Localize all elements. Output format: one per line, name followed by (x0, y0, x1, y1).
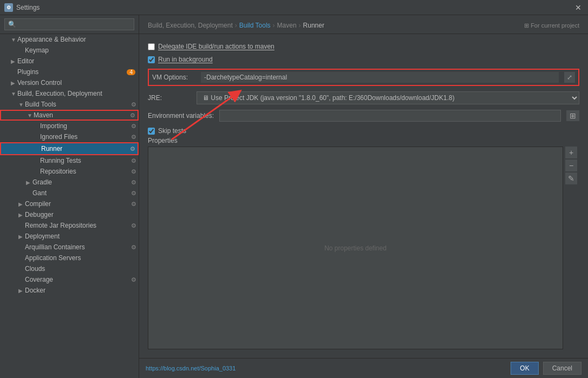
sidebar-item-debugger[interactable]: ▶ Debugger (0, 209, 139, 220)
arrow-icon: ▶ (18, 234, 25, 240)
sidebar-item-label: Clouds (25, 265, 139, 273)
sidebar-item-gant[interactable]: Gant ⚙ (0, 188, 139, 198)
close-button[interactable]: ✕ (573, 3, 584, 12)
breadcrumb-sep-2: › (273, 22, 275, 29)
sidebar-item-maven[interactable]: ▼ Maven ⚙ (0, 110, 139, 121)
skip-tests-label[interactable]: Skip tests (158, 127, 186, 135)
sidebar-item-label: Coverage (25, 276, 131, 283)
gear-icon: ⚙ (131, 276, 136, 283)
vm-options-input[interactable] (201, 72, 559, 83)
gear-icon: ⚙ (131, 222, 136, 229)
project-note: ⊞ For current project (524, 22, 579, 29)
gear-icon: ⚙ (131, 179, 136, 186)
search-input[interactable] (4, 18, 134, 30)
jre-row: JRE: 🖥 Use Project JDK (java version "1.… (148, 91, 579, 104)
jre-select[interactable]: 🖥 Use Project JDK (java version "1.8.0_6… (197, 91, 579, 104)
sidebar-tree: ▼ Appearance & Behavior Keymap ▶ Editor … (0, 34, 139, 378)
ok-button[interactable]: OK (511, 362, 538, 375)
env-variables-row: Environment variables: ⊞ (148, 110, 579, 122)
vm-options-row: VM Options: ⤢ (148, 69, 579, 86)
sidebar-item-label: Arquillian Containers (25, 243, 131, 251)
sidebar-item-keymap[interactable]: Keymap (0, 45, 139, 56)
app-icon: ⚙ (4, 3, 13, 12)
run-background-label[interactable]: Run in background (158, 56, 213, 63)
delegate-checkbox[interactable] (148, 43, 155, 50)
env-variables-label: Environment variables: (148, 112, 214, 120)
arrow-icon: ▶ (11, 58, 17, 64)
arrow-icon: ▼ (18, 102, 25, 108)
sidebar-item-label: Gradle (32, 178, 131, 186)
sidebar-item-gradle[interactable]: ▶ Gradle ⚙ (0, 177, 139, 188)
sidebar-item-remote-jar-repositories[interactable]: Remote Jar Repositories ⚙ (0, 220, 139, 231)
sidebar-item-version-control[interactable]: ▶ Version Control (0, 77, 139, 88)
delegate-label[interactable]: Delegate IDE build/run actions to maven (158, 43, 275, 50)
sidebar-item-docker[interactable]: ▶ Docker (0, 285, 139, 296)
sidebar-item-label: Gant (32, 189, 131, 197)
sidebar-item-clouds[interactable]: Clouds (0, 263, 139, 274)
sidebar-item-label: Appearance & Behavior (17, 36, 139, 43)
arrow-icon: ▶ (26, 180, 32, 185)
sidebar-item-build-tools[interactable]: ▼ Build Tools ⚙ (0, 99, 139, 110)
jre-label: JRE: (148, 94, 191, 102)
sidebar-item-plugins[interactable]: Plugins 4 (0, 67, 139, 77)
skip-tests-checkbox[interactable] (148, 128, 155, 135)
sidebar-item-coverage[interactable]: Coverage ⚙ (0, 274, 139, 285)
sidebar-item-editor[interactable]: ▶ Editor (0, 56, 139, 67)
gear-icon: ⚙ (131, 123, 136, 130)
sidebar-item-importing[interactable]: Importing ⚙ (0, 121, 139, 131)
add-property-button[interactable]: + (565, 147, 577, 158)
vm-options-label: VM Options: (152, 74, 195, 81)
breadcrumb-sep-3: › (299, 22, 301, 29)
watermark-link: https://blog.csdn.net/Sophia_0331 (146, 365, 236, 372)
gear-icon: ⚙ (130, 145, 135, 152)
sidebar-item-ignored-files[interactable]: Ignored Files ⚙ (0, 131, 139, 142)
sidebar-item-label: Version Control (17, 79, 139, 87)
sidebar-item-application-servers[interactable]: Application Servers (0, 253, 139, 263)
breadcrumb-sep-1: › (235, 22, 237, 29)
sidebar-item-label: Docker (25, 287, 139, 294)
remove-property-button[interactable]: − (565, 160, 577, 171)
gear-icon: ⚙ (131, 157, 136, 164)
sidebar-item-compiler[interactable]: ▶ Compiler ⚙ (0, 198, 139, 209)
content-area: Build, Execution, Deployment › Build Too… (139, 15, 588, 378)
edit-property-button[interactable]: ✎ (565, 173, 577, 184)
sidebar: ▼ Appearance & Behavior Keymap ▶ Editor … (0, 15, 139, 378)
gear-icon: ⚙ (131, 244, 136, 251)
sidebar-item-label: Runner (41, 145, 130, 152)
sidebar-item-arquillian-containers[interactable]: Arquillian Containers ⚙ (0, 242, 139, 253)
sidebar-item-label: Ignored Files (40, 133, 131, 141)
breadcrumb-part-1: Build, Execution, Deployment (148, 22, 233, 29)
sidebar-item-label: Remote Jar Repositories (25, 222, 131, 229)
sidebar-item-label: Repositories (40, 168, 131, 175)
sidebar-item-appearance-behavior[interactable]: ▼ Appearance & Behavior (0, 34, 139, 45)
env-variables-button[interactable]: ⊞ (566, 110, 579, 121)
arrow-icon: ▶ (11, 80, 17, 86)
sidebar-item-label: Plugins (17, 68, 127, 76)
gear-icon: ⚙ (130, 112, 135, 119)
arrow-icon: ▶ (18, 212, 25, 218)
breadcrumb-part-4: Runner (303, 22, 324, 29)
form-area: Delegate IDE build/run actions to maven … (139, 34, 588, 358)
breadcrumb-part-3: Maven (277, 22, 297, 29)
sidebar-item-label: Maven (34, 111, 130, 119)
title-bar: ⚙ Settings ✕ (0, 0, 588, 15)
arrow-icon: ▼ (11, 91, 17, 97)
sidebar-item-label: Application Servers (25, 254, 139, 262)
bottom-bar: https://blog.csdn.net/Sophia_0331 OK Can… (139, 358, 588, 378)
sidebar-item-deployment[interactable]: ▶ Deployment (0, 231, 139, 242)
run-background-checkbox[interactable] (148, 56, 155, 63)
sidebar-item-running-tests[interactable]: Running Tests ⚙ (0, 155, 139, 166)
arrow-icon: ▶ (18, 288, 25, 294)
sidebar-item-label: Keymap (25, 47, 139, 54)
sidebar-item-build-execution-deployment[interactable]: ▼ Build, Execution, Deployment (0, 88, 139, 99)
no-properties-text: No properties defined (324, 244, 387, 252)
sidebar-item-runner[interactable]: Runner ⚙ (0, 142, 139, 155)
env-variables-input[interactable] (219, 110, 561, 122)
sidebar-item-repositories[interactable]: Repositories ⚙ (0, 166, 139, 177)
arrow-icon: ▼ (11, 37, 17, 43)
vm-options-expand-button[interactable]: ⤢ (564, 72, 575, 83)
delegate-checkbox-row: Delegate IDE build/run actions to maven (148, 43, 579, 50)
cancel-button[interactable]: Cancel (543, 362, 582, 375)
breadcrumb: Build, Execution, Deployment › Build Too… (139, 15, 588, 34)
sidebar-item-label: Debugger (25, 211, 139, 218)
